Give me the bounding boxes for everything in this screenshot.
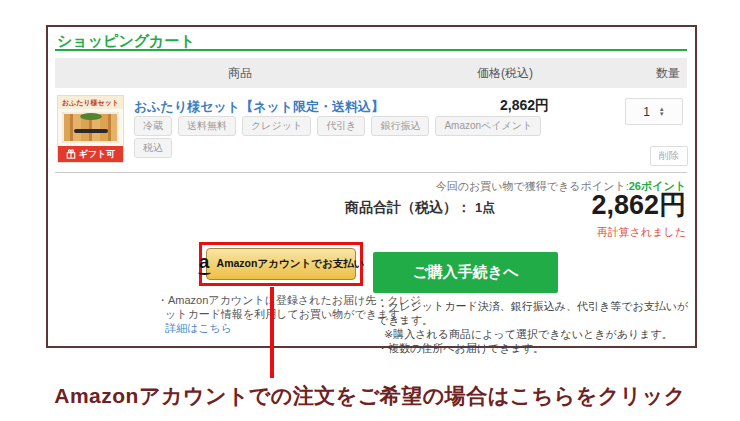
subtotal-count: 1点 xyxy=(475,199,495,217)
subtotal-label: 商品合計（税込）： xyxy=(345,199,471,217)
tag-chip: 送料無料 xyxy=(178,116,236,136)
annotation-pointer-line xyxy=(270,287,274,378)
tag-chip: 税込 xyxy=(134,138,172,158)
recalculated-note: 再計算されました xyxy=(597,225,686,240)
product-image: おふたり様セット ギフト可 xyxy=(57,95,124,163)
tag-chip: クレジット xyxy=(242,116,311,136)
quantity-stepper[interactable]: 1 ▲ ▼ xyxy=(625,98,683,125)
row-separator xyxy=(55,172,687,173)
header-price: 価格(税込) xyxy=(425,65,585,82)
amazon-logo-icon: a xyxy=(198,254,211,275)
checkout-note-line: ※購入される商品によって選択できないときがあります。 xyxy=(384,327,695,341)
stepper-down-icon[interactable]: ▼ xyxy=(659,112,665,117)
tag-chip: Amazonペイメント xyxy=(435,116,541,136)
product-image-label: おふたり様セット xyxy=(58,96,123,109)
title-underline xyxy=(55,49,687,51)
header-product: 商品 xyxy=(55,65,425,82)
gift-ribbon: ギフト可 xyxy=(58,146,123,162)
shopping-cart-panel: ショッピングカート 商品 価格(税込) 数量 おふたり様セット ギフト可 おふた… xyxy=(46,25,697,348)
header-qty: 数量 xyxy=(585,65,687,82)
product-tags-row1: 冷蔵 送料無料 クレジット 代引き 銀行振込 Amazonペイメント xyxy=(134,116,541,136)
item-price: 2,862円 xyxy=(500,97,549,115)
gift-ribbon-label: ギフト可 xyxy=(79,148,116,161)
tag-chip: 代引き xyxy=(317,116,365,136)
product-tags-row2: 税込 xyxy=(134,138,172,158)
annotation-highlight-box: a Amazonアカウントでお支払い xyxy=(199,242,363,286)
checkout-note-line: ・複数の住所へお届けできます。 xyxy=(377,341,695,355)
product-name-link[interactable]: おふたり様セット【ネット限定・送料込】 xyxy=(134,98,384,116)
amazon-pay-button[interactable]: a Amazonアカウントでお支払い xyxy=(206,248,356,280)
tag-chip: 銀行振込 xyxy=(371,116,429,136)
checkout-notes: ・クレジットカード決済、銀行振込み、代引き等でお支払いができます。 ※購入される… xyxy=(377,299,695,355)
checkout-note-line: ・クレジットカード決済、銀行振込み、代引き等でお支払いができます。 xyxy=(377,299,695,327)
delete-button[interactable]: 削除 xyxy=(650,146,688,166)
tag-chip: 冷蔵 xyxy=(134,116,172,136)
cart-table-header: 商品 価格(税込) 数量 xyxy=(55,58,687,88)
gift-icon xyxy=(66,149,76,159)
product-photo xyxy=(58,109,123,146)
amazon-pay-button-label: Amazonアカウントでお支払い xyxy=(217,257,365,271)
quantity-value[interactable]: 1 xyxy=(643,105,650,119)
subtotal-price: 2,862円 xyxy=(591,187,686,223)
checkout-button[interactable]: ご購入手続きへ xyxy=(373,252,558,293)
stepper-arrows[interactable]: ▲ ▼ xyxy=(659,107,665,117)
annotation-caption: Amazonアカウントでの注文をご希望の場合はこちらをクリック xyxy=(0,382,740,410)
